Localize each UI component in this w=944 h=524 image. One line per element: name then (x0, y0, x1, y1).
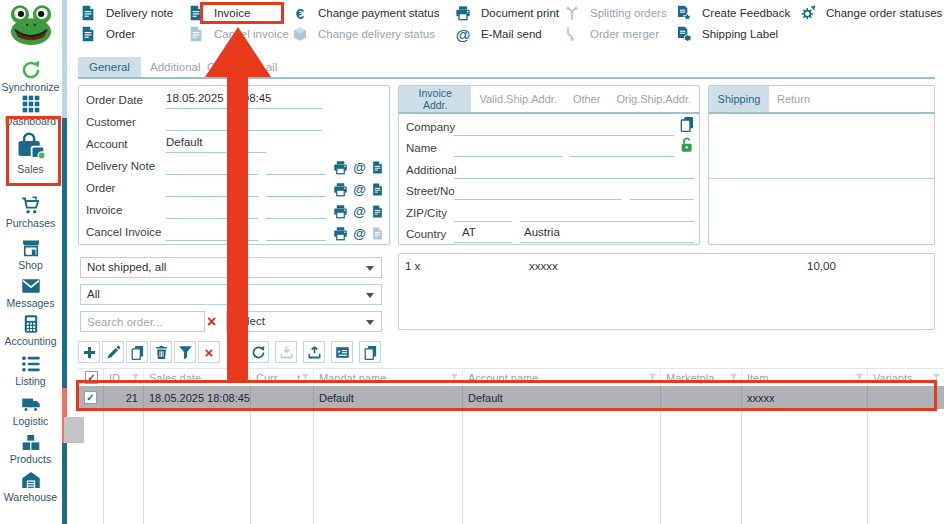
tab-return[interactable]: Return (769, 86, 818, 112)
search-order-input[interactable] (80, 311, 205, 332)
cancel-invoice-date-field[interactable] (266, 224, 326, 241)
col-header-account-name[interactable]: Account name (463, 369, 661, 386)
print-icon[interactable] (333, 182, 348, 197)
tab-partially-hidden[interactable]: C ail (196, 57, 288, 77)
delivery-note-button[interactable]: Delivery note (80, 4, 173, 22)
filter-funnel-icon[interactable] (932, 373, 941, 382)
cancel-invoice-button[interactable]: Cancel invoice (188, 25, 289, 43)
splitter-handle[interactable] (64, 417, 84, 443)
shipping-status-dropdown[interactable]: Not shipped, all (80, 257, 382, 278)
sidebar-item-logistic[interactable]: Logistic (0, 394, 61, 427)
document-icon[interactable] (371, 182, 384, 197)
sidebar-item-sales[interactable]: Sales (0, 130, 61, 175)
sidebar-item-purchases[interactable]: Purchases (0, 196, 61, 229)
invoice-number-field[interactable] (166, 202, 258, 219)
col-header-id[interactable]: ID (104, 369, 144, 386)
copy-page-button[interactable] (359, 341, 381, 363)
tab-shipping[interactable]: Shipping (709, 86, 769, 112)
type-filter-dropdown[interactable]: All (80, 284, 382, 305)
last-name-field[interactable] (570, 140, 674, 157)
tab-other[interactable]: Other (565, 86, 609, 112)
street-field[interactable] (454, 183, 622, 200)
tab-orig-ship-addr[interactable]: Orig.Ship.Addr. (608, 86, 699, 112)
email-icon[interactable]: @ (353, 160, 366, 175)
city-field[interactable] (520, 205, 694, 222)
order-button[interactable]: Order (80, 25, 135, 43)
filter-funnel-icon[interactable] (729, 373, 738, 382)
col-header-mandat-name[interactable]: Mandat name (314, 369, 463, 386)
add-order-button[interactable] (78, 341, 100, 363)
copy-address-icon[interactable] (679, 116, 695, 132)
sidebar-item-accounting[interactable]: Accounting (0, 314, 61, 347)
select-all-header[interactable]: ✓ (78, 369, 104, 386)
sidebar-item-listing[interactable]: Listing (0, 354, 61, 387)
change-delivery-status-button[interactable]: Change delivery status (292, 25, 435, 43)
filter-funnel-icon[interactable] (238, 373, 247, 382)
shipping-label-button[interactable]: Shipping Label (676, 25, 778, 43)
filter-funnel-icon[interactable] (301, 373, 310, 382)
country-name-field[interactable]: Austria (520, 226, 694, 243)
col-header-variants[interactable]: Variants (868, 369, 944, 386)
street-no-field[interactable] (630, 183, 694, 200)
sidebar-item-shop[interactable]: Shop (0, 238, 61, 271)
zip-field[interactable] (454, 205, 512, 222)
col-header-item[interactable]: Item (742, 369, 868, 386)
company-field[interactable] (454, 119, 674, 136)
detail-view-button[interactable] (331, 341, 353, 363)
import-button[interactable] (275, 341, 297, 363)
tab-invoice-addr[interactable]: Invoice Addr. (399, 86, 471, 112)
email-icon[interactable]: @ (353, 226, 366, 241)
filter-button[interactable] (174, 341, 196, 363)
sidebar-item-messages[interactable]: Messages (0, 276, 61, 309)
filter-funnel-icon[interactable] (648, 373, 657, 382)
cancel-invoice-number-field[interactable] (166, 224, 258, 241)
first-name-field[interactable] (454, 140, 562, 157)
email-icon[interactable]: @ (353, 182, 366, 197)
sidebar-item-synchronize[interactable]: Synchronize (0, 60, 61, 93)
row-checkbox[interactable]: ✓ (84, 391, 97, 404)
order-merger-button[interactable]: Order merger (564, 25, 659, 43)
delivery-note-date-field[interactable] (266, 158, 326, 175)
order-number-field[interactable] (166, 180, 258, 197)
customer-field[interactable] (166, 114, 322, 131)
print-icon[interactable] (333, 226, 348, 241)
splitting-orders-button[interactable]: Splitting orders (564, 4, 667, 22)
copy-order-button[interactable] (126, 341, 148, 363)
email-icon[interactable]: @ (353, 204, 366, 219)
col-header-currency[interactable]: Curr... ↑ (251, 369, 314, 386)
clear-search-icon[interactable]: × (207, 314, 216, 330)
document-print-button[interactable]: Document print (455, 4, 559, 22)
invoice-button[interactable]: Invoice (188, 4, 250, 22)
select-dropdown[interactable]: Select (226, 311, 382, 332)
tab-valid-ship-addr[interactable]: Valid.Ship.Addr. (471, 86, 564, 112)
document-icon[interactable] (371, 160, 384, 175)
order-date2-field[interactable] (266, 180, 326, 197)
email-send-button[interactable]: @ E-Mail send (455, 25, 542, 43)
col-header-sales-date[interactable]: Sales date (144, 369, 251, 386)
unlock-icon[interactable] (679, 137, 695, 153)
print-icon[interactable] (333, 160, 348, 175)
change-payment-status-button[interactable]: € Change payment status (292, 4, 439, 22)
delivery-note-number-field[interactable] (166, 158, 258, 175)
delete-order-button[interactable] (150, 341, 172, 363)
filter-funnel-icon[interactable] (131, 373, 140, 382)
sidebar-item-warehouse[interactable]: Warehouse (0, 470, 61, 503)
frog-logo[interactable] (8, 2, 54, 46)
change-order-statuses-button[interactable]: Change order statuses (800, 4, 942, 22)
select-all-checkbox[interactable]: ✓ (85, 371, 98, 384)
additional-field[interactable] (454, 162, 694, 179)
document-icon[interactable] (371, 204, 384, 219)
create-feedback-button[interactable]: Create Feedback (676, 4, 790, 22)
account-field[interactable]: Default (166, 136, 266, 153)
print-icon[interactable] (333, 204, 348, 219)
order-date-field[interactable]: 18.05.2025 18:08:45 (166, 92, 322, 109)
invoice-date-field[interactable] (266, 202, 326, 219)
sidebar-item-products[interactable]: Products (0, 432, 61, 465)
col-header-marketplace[interactable]: Marketpla... (661, 369, 742, 386)
edit-order-button[interactable] (102, 341, 124, 363)
country-code-field[interactable]: AT (454, 226, 512, 243)
reset-filter-button[interactable]: × (198, 341, 220, 363)
sidebar-item-dashboard[interactable]: Dashboard (0, 94, 61, 127)
export-button[interactable] (303, 341, 325, 363)
tab-general[interactable]: General (78, 57, 141, 77)
